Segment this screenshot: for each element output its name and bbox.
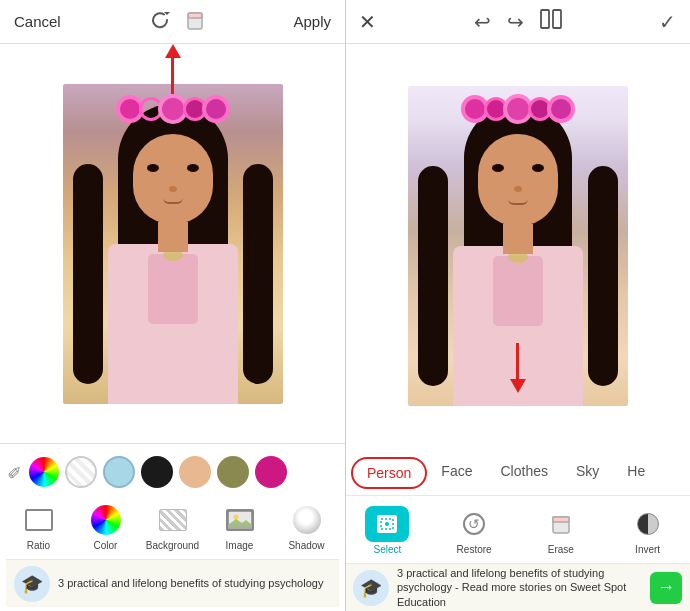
- select-icon-box: [365, 506, 409, 542]
- svg-point-4: [233, 515, 238, 520]
- tool-select[interactable]: Select: [345, 502, 430, 559]
- eraser-icon[interactable]: [186, 9, 204, 35]
- right-toolbar-icons: ↩ ↪: [474, 9, 562, 34]
- left-toolbar: Cancel Apply: [0, 0, 345, 44]
- banner-arrow-right[interactable]: →: [650, 572, 682, 604]
- right-image-area: [345, 44, 690, 447]
- flowers-right: [458, 92, 578, 127]
- person-arrow-indicator: [510, 343, 526, 393]
- tab-face[interactable]: Face: [427, 457, 486, 489]
- restore-icon: [463, 513, 485, 535]
- left-banner-ad[interactable]: 🎓 3 practical and lifelong benefits of s…: [6, 559, 339, 607]
- check-icon[interactable]: ✓: [659, 10, 676, 34]
- restore-label: Restore: [457, 544, 492, 555]
- color-swatch-olive[interactable]: [217, 456, 249, 488]
- shadow-icon-box: [285, 502, 329, 538]
- svg-rect-11: [553, 517, 569, 522]
- color-swatch-skin[interactable]: [179, 456, 211, 488]
- arrow-shaft-down: [516, 343, 519, 379]
- tool-ratio[interactable]: Ratio: [6, 498, 71, 555]
- banner-text-left: 3 practical and lifelong benefits of stu…: [58, 576, 323, 590]
- tool-color[interactable]: Color: [73, 498, 138, 555]
- svg-rect-2: [188, 13, 202, 18]
- invert-icon: [637, 513, 659, 535]
- arrow-shaft-up: [171, 58, 174, 94]
- cancel-button[interactable]: Cancel: [14, 13, 61, 30]
- redo-icon[interactable]: ↪: [507, 10, 524, 34]
- color-swatch-magenta[interactable]: [255, 456, 287, 488]
- image-icon-box: [218, 502, 262, 538]
- close-icon[interactable]: ✕: [359, 10, 376, 34]
- tab-he[interactable]: He: [613, 457, 659, 489]
- tab-person[interactable]: Person: [351, 457, 427, 489]
- svg-rect-3: [228, 511, 252, 529]
- restore-icon-box: [452, 506, 496, 542]
- select-label: Select: [373, 544, 401, 555]
- left-bottom-area: ✏ Ratio: [0, 443, 345, 611]
- right-toolbar: ✕ ↩ ↪ ✓: [345, 0, 690, 44]
- right-panel: ✕ ↩ ↪ ✓: [345, 0, 690, 611]
- svg-rect-6: [541, 10, 549, 28]
- image-icon: [226, 509, 254, 531]
- tool-invert[interactable]: Invert: [605, 502, 690, 559]
- image-label: Image: [226, 540, 254, 551]
- color-circle-icon: [91, 505, 121, 535]
- erase-label: Erase: [548, 544, 574, 555]
- arrow-head-up: [165, 44, 181, 58]
- split-view-icon[interactable]: [540, 9, 562, 34]
- right-girl-neck: [503, 224, 533, 254]
- tab-clothes[interactable]: Clothes: [486, 457, 561, 489]
- shadow-icon: [293, 506, 321, 534]
- invert-label: Invert: [635, 544, 660, 555]
- eraser-arrow-indicator: [165, 44, 181, 94]
- left-tool-bar: Ratio Color Background: [6, 492, 339, 559]
- arrow-head-down: [510, 379, 526, 393]
- right-girl-face: [478, 134, 558, 226]
- invert-icon-box: [626, 506, 670, 542]
- apply-button[interactable]: Apply: [293, 13, 331, 30]
- tool-restore[interactable]: Restore: [432, 502, 517, 559]
- select-active-bg: [369, 509, 405, 539]
- color-icon-box: [84, 502, 128, 538]
- color-palette: ✏: [6, 452, 339, 492]
- girl-hair-left: [73, 164, 103, 384]
- girl-neck-left: [158, 222, 188, 252]
- color-swatch-blue[interactable]: [103, 456, 135, 488]
- color-swatch-transparent[interactable]: [65, 456, 97, 488]
- ratio-icon: [25, 509, 53, 531]
- girl-hair-right: [243, 164, 273, 384]
- erase-icon-box: [539, 506, 583, 542]
- background-icon: [159, 509, 187, 531]
- tool-background[interactable]: Background: [140, 498, 205, 555]
- right-tool-bar: Select Restore Erase Invert: [345, 496, 690, 563]
- banner-text-right: 3 practical and lifelong benefits of stu…: [397, 566, 642, 609]
- tool-erase[interactable]: Erase: [519, 502, 604, 559]
- color-swatch-black[interactable]: [141, 456, 173, 488]
- panel-divider: [345, 0, 346, 611]
- tool-image[interactable]: Image: [207, 498, 272, 555]
- svg-point-9: [385, 522, 389, 526]
- color-swatch-rainbow[interactable]: [29, 457, 59, 487]
- background-icon-box: [151, 502, 195, 538]
- pencil-tool-icon[interactable]: ✏: [6, 459, 29, 485]
- girl-face-left: [133, 134, 213, 224]
- right-hair-left: [418, 166, 448, 386]
- right-tabs: Person Face Clothes Sky He: [345, 447, 690, 496]
- girl-body-left: [108, 244, 238, 404]
- color-label: Color: [94, 540, 118, 551]
- ratio-icon-box: [17, 502, 61, 538]
- undo-icon[interactable]: ↩: [474, 10, 491, 34]
- banner-icon-left: 🎓: [14, 566, 50, 602]
- right-banner-ad[interactable]: 🎓 3 practical and lifelong benefits of s…: [345, 563, 690, 611]
- left-image-area: [0, 44, 345, 443]
- left-panel: Cancel Apply: [0, 0, 345, 611]
- tab-sky[interactable]: Sky: [562, 457, 613, 489]
- left-photo: [63, 84, 283, 404]
- right-hair-right: [588, 166, 618, 386]
- ratio-label: Ratio: [27, 540, 50, 551]
- background-label: Background: [146, 540, 199, 551]
- tool-shadow[interactable]: Shadow: [274, 498, 339, 555]
- toolbar-icons: [150, 9, 204, 35]
- svg-rect-7: [553, 10, 561, 28]
- rotate-icon[interactable]: [150, 10, 170, 34]
